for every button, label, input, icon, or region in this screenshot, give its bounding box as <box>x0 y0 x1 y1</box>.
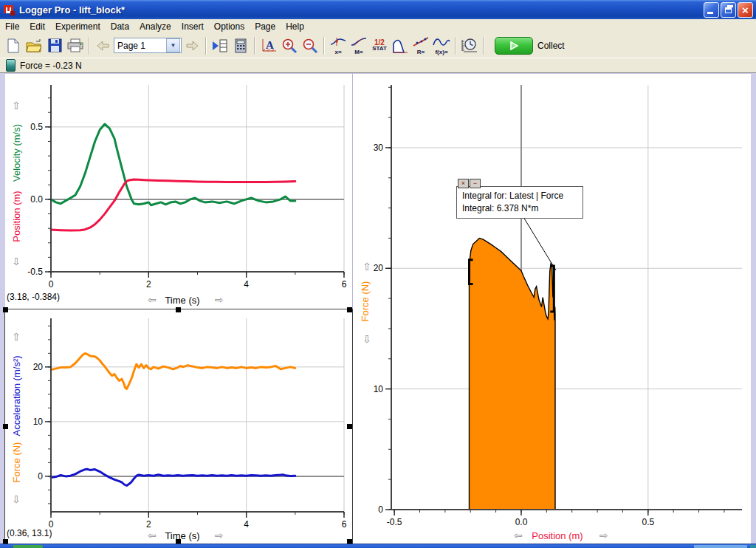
y-axis-up-arrow-icon[interactable]: ⇧ <box>362 261 371 272</box>
menu-help[interactable]: Help <box>281 21 309 32</box>
integral-annotation[interactable]: Integral for: Latest | ForceIntegral: 6.… <box>456 186 583 219</box>
y-axis-label[interactable]: Velocity (m/s) <box>11 124 22 182</box>
y-tick-label: 10 <box>374 384 384 394</box>
page-selector-dropdown-icon[interactable]: ▼ <box>166 38 180 52</box>
y-axis-label[interactable]: Acceleration (m/s²) <box>11 355 22 436</box>
menu-analyze[interactable]: Analyze <box>134 21 176 32</box>
page-forward-button[interactable] <box>182 35 202 56</box>
collect-button[interactable]: Collect <box>495 37 565 55</box>
graph-velocity-position[interactable]: 0.50.0-0.50246(3.18, -0.384)⇦Time (s)⇨⇧⇩… <box>5 74 352 309</box>
collect-play-icon <box>495 37 533 55</box>
selection-handle[interactable] <box>176 307 181 312</box>
x-tick-label: 6 <box>342 279 347 290</box>
y-axis-label[interactable]: Position (m) <box>11 191 22 242</box>
open-file-button[interactable] <box>24 35 44 56</box>
print-icon <box>67 38 83 52</box>
x-tick-label: 0.0 <box>515 517 528 527</box>
panel-divider <box>352 73 353 544</box>
collect-setup-button[interactable] <box>460 35 479 56</box>
examine-button[interactable]: x= <box>329 35 348 56</box>
curve-fit-button[interactable]: f(x)= <box>432 35 451 56</box>
x-axis-label[interactable]: Position (m) <box>532 530 583 541</box>
annotation-minimize-icon[interactable]: − <box>470 179 481 188</box>
new-file-button[interactable] <box>4 35 23 56</box>
y-axis-down-arrow-icon[interactable]: ⇩ <box>12 256 21 267</box>
sensor-bar: Force = -0.23 N <box>0 58 756 73</box>
taskbar-item[interactable] <box>694 545 747 548</box>
toolbar-separator <box>455 37 456 55</box>
x-tick-label: 0.5 <box>642 517 654 527</box>
save-button[interactable] <box>45 35 64 56</box>
page-back-button[interactable] <box>94 35 113 56</box>
next-page-icon <box>211 38 229 53</box>
menu-experiment[interactable]: Experiment <box>50 21 106 32</box>
minimize-button[interactable] <box>704 2 719 18</box>
x-axis-right-arrow-icon[interactable]: ⇨ <box>215 295 224 305</box>
menu-options[interactable]: Options <box>209 21 250 32</box>
y-axis-down-arrow-icon[interactable]: ⇩ <box>12 494 21 504</box>
x-axis-right-arrow-icon[interactable]: ⇨ <box>599 530 608 541</box>
page-selector[interactable]: Page 1 ▼ <box>114 38 182 53</box>
velocity-position-vs-time-plot[interactable]: 0.50.0-0.50246 <box>5 74 352 309</box>
acceleration-force-vs-time-plot[interactable]: 201000246 <box>5 309 352 544</box>
title-bar: Logger Pro - lift_block* × <box>0 0 756 19</box>
y-axis-label[interactable]: Force (N) <box>11 442 22 483</box>
menu-data[interactable]: Data <box>106 21 134 32</box>
tangent-label: M= <box>351 49 367 55</box>
force-curve[interactable] <box>51 353 295 388</box>
next-page-button[interactable] <box>210 35 230 56</box>
x-axis-label[interactable]: Time (s) <box>165 295 199 306</box>
zoom-in-button[interactable] <box>280 35 299 56</box>
x-axis-label[interactable]: Time (s) <box>165 530 199 541</box>
integral-region[interactable] <box>470 239 556 510</box>
acceleration-curve[interactable] <box>51 469 295 485</box>
tangent-button[interactable]: M= <box>349 35 368 56</box>
annotation-close-icon[interactable]: × <box>458 179 469 188</box>
x-axis-left-arrow-icon[interactable]: ⇦ <box>514 530 523 541</box>
y-axis-label[interactable]: Force (N) <box>360 281 371 322</box>
selection-handle[interactable] <box>3 307 8 312</box>
zoom-in-icon <box>281 38 298 54</box>
x-tick-label: -0.5 <box>387 517 402 527</box>
y-tick-label: 10 <box>33 417 44 427</box>
linear-fit-button[interactable]: R= <box>411 35 430 56</box>
position-curve[interactable] <box>51 179 295 230</box>
velocity-curve[interactable] <box>51 124 295 205</box>
menu-page[interactable]: Page <box>250 21 281 32</box>
close-button[interactable]: × <box>738 2 753 18</box>
close-icon: × <box>742 3 749 17</box>
y-axis-up-arrow-icon[interactable]: ⇧ <box>12 100 21 111</box>
selection-handle[interactable] <box>347 307 352 312</box>
windows-taskbar[interactable] <box>0 544 756 548</box>
autoscale-icon: A <box>260 38 278 54</box>
x-axis-left-arrow-icon[interactable]: ⇦ <box>148 530 157 541</box>
statistics-button[interactable]: 1/2 STAT <box>370 35 389 56</box>
x-axis-right-arrow-icon[interactable]: ⇨ <box>215 530 224 541</box>
linear-fit-icon <box>413 37 429 47</box>
page-back-icon <box>95 38 111 53</box>
menu-edit[interactable]: Edit <box>24 21 50 32</box>
y-axis-down-arrow-icon[interactable]: ⇩ <box>362 334 371 344</box>
x-axis-left-arrow-icon[interactable]: ⇦ <box>148 295 157 305</box>
graph-force-vs-position[interactable]: 3020100-0.50.00.5⇦Position (m)⇨⇧⇩Force (… <box>355 74 751 544</box>
start-button-fragment[interactable] <box>13 545 43 548</box>
toolbar-separator <box>483 37 484 55</box>
integral-icon <box>392 38 408 54</box>
calculator-button[interactable] <box>231 35 250 56</box>
y-axis-up-arrow-icon[interactable]: ⇧ <box>12 332 21 342</box>
y-tick-label: 0.0 <box>30 194 43 205</box>
y-tick-label: 30 <box>374 143 384 153</box>
restore-button[interactable] <box>721 2 736 18</box>
menu-insert[interactable]: Insert <box>176 21 209 32</box>
autoscale-button[interactable]: A <box>259 35 278 56</box>
selection-handle[interactable] <box>3 424 8 429</box>
cursor-readout: (3.18, -0.384) <box>7 292 60 302</box>
integral-button[interactable] <box>391 35 410 56</box>
selection-handle[interactable] <box>347 424 352 429</box>
menu-file[interactable]: File <box>0 21 24 32</box>
graph-acceleration-force[interactable]: 201000246(0.36, 13.1)⇦Time (s)⇨⇧⇩Acceler… <box>5 309 352 544</box>
print-button[interactable] <box>66 35 85 56</box>
force-vs-position-plot[interactable]: 3020100-0.50.00.5 <box>355 74 751 544</box>
x-tick-label: 4 <box>244 519 249 530</box>
zoom-out-button[interactable] <box>300 35 320 56</box>
